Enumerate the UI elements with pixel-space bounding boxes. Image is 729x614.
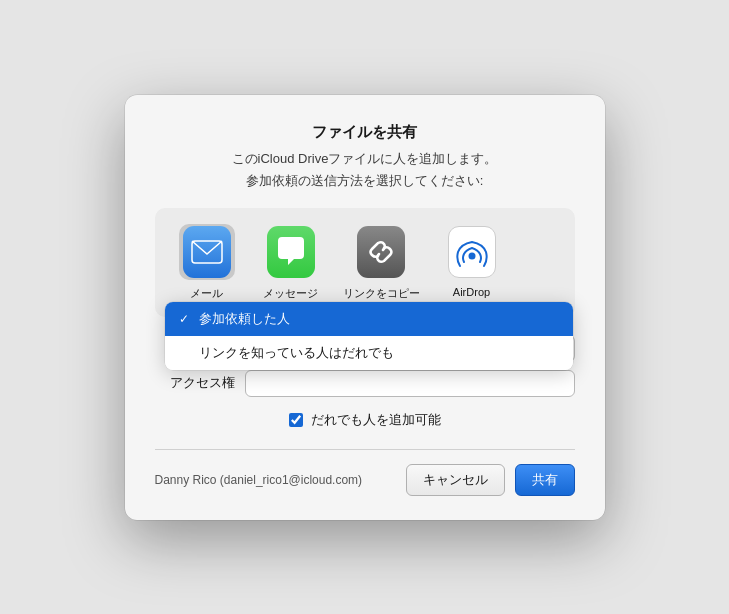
dialog-title: ファイルを共有: [155, 123, 575, 142]
divider: [155, 449, 575, 450]
check-icon: ✓: [179, 312, 193, 326]
dropdown-option-invited[interactable]: ✓ 参加依頼した人: [165, 302, 573, 336]
messages-icon: [267, 226, 315, 278]
airdrop-label: AirDrop: [453, 286, 490, 298]
access-label: アクセス権: [155, 374, 235, 392]
airdrop-icon-wrap: [444, 224, 500, 280]
share-method-link[interactable]: リンクをコピー: [343, 224, 420, 301]
checkbox-row: だれでも人を追加可能: [155, 411, 575, 429]
share-button[interactable]: 共有: [515, 464, 575, 496]
dropdown-option-invited-label: 参加依頼した人: [199, 310, 290, 328]
svg-point-1: [468, 252, 475, 259]
share-method-mail[interactable]: メール: [175, 224, 239, 301]
dialog-subtitle: このiCloud Driveファイルに人を追加します。: [155, 150, 575, 168]
link-copy-icon: [357, 226, 405, 278]
share-method-messages[interactable]: メッセージ: [259, 224, 323, 301]
dialog-instruction: 参加依頼の送信方法を選択してください:: [155, 172, 575, 190]
footer: Danny Rico (daniel_rico1@icloud.com) キャン…: [155, 464, 575, 496]
user-info: Danny Rico (daniel_rico1@icloud.com): [155, 473, 363, 487]
add-people-checkbox[interactable]: [289, 413, 303, 427]
target-row: 対象 参加依頼した人 ✓ 参加依頼した人 リンクを知っている人はだれでも: [155, 335, 575, 362]
messages-icon-wrap: [263, 224, 319, 280]
target-dropdown-container: 参加依頼した人 ✓ 参加依頼した人 リンクを知っている人はだれでも: [245, 335, 575, 362]
cancel-button[interactable]: キャンセル: [406, 464, 505, 496]
messages-label: メッセージ: [263, 286, 318, 301]
share-dialog: ファイルを共有 このiCloud Driveファイルに人を追加します。 参加依頼…: [125, 95, 605, 520]
dropdown-popup: ✓ 参加依頼した人 リンクを知っている人はだれでも: [165, 302, 573, 370]
link-icon-wrap: [353, 224, 409, 280]
mail-icon-wrap: [179, 224, 235, 280]
checkbox-label: だれでも人を追加可能: [311, 411, 441, 429]
access-dropdown[interactable]: [245, 370, 575, 397]
dropdown-option-link[interactable]: リンクを知っている人はだれでも: [165, 336, 573, 370]
share-methods-container: メール メッセージ: [155, 208, 575, 317]
mail-icon: [183, 226, 231, 278]
mail-label: メール: [190, 286, 223, 301]
dropdown-option-link-label: リンクを知っている人はだれでも: [199, 344, 394, 362]
access-row: アクセス権: [155, 370, 575, 397]
form-section: 対象 参加依頼した人 ✓ 参加依頼した人 リンクを知っている人はだれでも: [155, 335, 575, 397]
airdrop-icon: [448, 226, 496, 278]
link-label: リンクをコピー: [343, 286, 420, 301]
access-dropdown-container: [245, 370, 575, 397]
footer-buttons: キャンセル 共有: [406, 464, 575, 496]
share-method-airdrop[interactable]: AirDrop: [440, 224, 504, 298]
